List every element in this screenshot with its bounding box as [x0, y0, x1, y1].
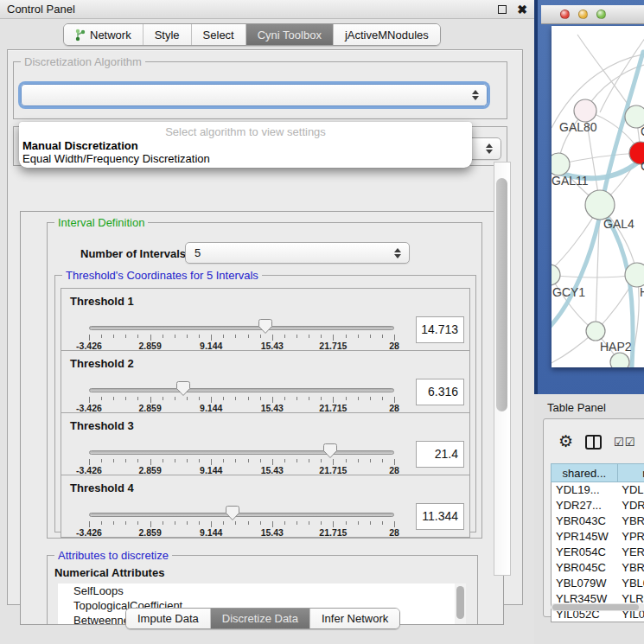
slider-thumb[interactable] [226, 506, 239, 520]
network-node-label[interactable]: GAL80 [559, 120, 597, 134]
network-node[interactable] [625, 263, 644, 287]
table-column-header[interactable]: shared... [552, 464, 618, 482]
close-icon[interactable]: ✖ [517, 5, 527, 14]
network-node-label[interactable]: C [641, 159, 644, 173]
tab-style[interactable]: Style [143, 24, 192, 45]
scrollbar-thumb[interactable] [552, 604, 639, 610]
table-cell[interactable]: YDL19... [552, 482, 618, 498]
network-node[interactable] [586, 322, 605, 341]
algorithm-combobox[interactable] [21, 84, 488, 106]
scrollbar-thumb[interactable] [456, 586, 464, 619]
table-row[interactable]: YPR145WYPR1 [552, 529, 644, 545]
table-cell[interactable]: YBL0 [617, 576, 644, 591]
slider-tick [125, 335, 126, 338]
tab-infer-network[interactable]: Infer Network [310, 609, 399, 628]
algorithm-prompt-option[interactable]: Select algorithm to view settings [19, 125, 472, 138]
table-cell[interactable]: YBR0 [617, 560, 644, 576]
threshold-label: Threshold 1 [70, 295, 134, 308]
float-window-icon[interactable] [498, 5, 507, 14]
tab-select[interactable]: Select [192, 24, 246, 45]
network-graph[interactable]: GAL80GCGAL11GAL4GCY1HHAP2 [552, 26, 644, 367]
zoom-traffic-light[interactable] [596, 10, 606, 19]
network-canvas[interactable]: GAL80GCGAL11GAL4GCY1HHAP2 [552, 26, 644, 367]
control-panel-title: Control Panel [7, 3, 75, 16]
slider-tick [125, 397, 126, 400]
slider-tick [101, 459, 102, 462]
close-traffic-light[interactable] [560, 10, 570, 19]
slider-thumb[interactable] [176, 381, 190, 396]
slider-track[interactable] [89, 326, 394, 330]
attributes-list-scrollbar[interactable] [455, 583, 466, 625]
table-row[interactable]: YBL079WYBL0 [552, 576, 644, 591]
tab-network[interactable]: Network [64, 24, 143, 45]
network-node[interactable] [552, 153, 570, 175]
slider-tick [89, 459, 90, 465]
network-node[interactable] [610, 353, 629, 367]
minimize-traffic-light[interactable] [578, 10, 588, 19]
network-node-label[interactable]: HAP2 [600, 340, 632, 354]
thresholds-group-title: Threshold's Coordinates for 5 Intervals [62, 269, 262, 282]
slider-tick [296, 335, 297, 338]
table-cell[interactable]: YBR0 [617, 513, 644, 529]
network-node-label[interactable]: G [641, 124, 644, 138]
slider-tick [150, 459, 151, 465]
table-row[interactable]: YER054CYER0 [552, 545, 644, 560]
network-node[interactable] [574, 99, 596, 122]
algorithm-option-manual[interactable]: Manual Discretization [22, 139, 138, 152]
slider-tick [309, 335, 309, 338]
slider-tick [346, 335, 347, 338]
threshold-value-field[interactable]: 11.344 [416, 503, 464, 530]
table-row[interactable]: YBR045CYBR0 [552, 560, 644, 576]
tab-jactivemnodules[interactable]: jActiveMNodules [334, 24, 440, 45]
network-node-label[interactable]: H [640, 285, 644, 299]
slider-thumb[interactable] [258, 319, 272, 334]
table-cell[interactable]: YBL079W [552, 576, 618, 591]
table-cell[interactable]: YPR1 [617, 529, 644, 545]
slider-tick [89, 335, 90, 341]
table-cell[interactable]: YER0 [617, 545, 644, 560]
network-node-label[interactable]: GAL11 [552, 174, 589, 188]
network-node-label[interactable]: GAL4 [603, 217, 634, 231]
table-cell[interactable]: YBR043C [552, 513, 618, 529]
table-row[interactable]: YDL19...YDL1 [552, 482, 644, 498]
slider-tick [284, 521, 285, 525]
table-row[interactable]: YDR27...YDR2 [552, 498, 644, 513]
slider-track[interactable] [89, 513, 394, 517]
threshold-value-field[interactable]: 14.713 [416, 316, 464, 343]
algorithm-option-equal-width[interactable]: Equal Width/Frequency Discretization [22, 152, 210, 165]
split-columns-icon[interactable] [585, 435, 602, 450]
tab-discretize-data[interactable]: Discretize Data [211, 609, 310, 628]
slider-tick [150, 521, 151, 527]
threshold-value-field[interactable]: 21.4 [416, 441, 464, 468]
checkbox-icons[interactable]: ☑☑ [614, 436, 635, 449]
slider-tick [358, 459, 359, 462]
network-node-label[interactable]: GCY1 [552, 285, 585, 299]
slider-tick [211, 521, 212, 527]
slider-tick [370, 335, 371, 338]
table-horizontal-scrollbar[interactable] [551, 603, 644, 611]
slider-track[interactable] [89, 388, 394, 392]
threshold-value-field[interactable]: 6.316 [416, 379, 464, 405]
table-cell[interactable]: YDL1 [617, 482, 644, 498]
tab-cyni-toolbox[interactable]: Cyni Toolbox [246, 24, 334, 45]
cyni-toolbox-content: Discretization Algorithm Table Data galF… [7, 49, 523, 605]
network-node[interactable] [585, 190, 615, 220]
network-node[interactable] [552, 265, 560, 285]
table-cell[interactable]: YDR27... [552, 498, 618, 513]
slider-tick [284, 397, 285, 400]
table-cell[interactable]: YBR045C [552, 560, 618, 576]
table-column-header[interactable]: na [617, 464, 644, 482]
settings-vertical-scrollbar[interactable] [494, 162, 511, 576]
slider-track[interactable] [89, 450, 394, 455]
gear-icon[interactable]: ⚙ [558, 433, 573, 450]
attribute-list-item[interactable]: SelfLoops [58, 583, 455, 598]
threshold-label: Threshold 4 [70, 481, 134, 494]
tab-impute-data[interactable]: Impute Data [126, 609, 211, 628]
table-cell[interactable]: YER054C [552, 545, 618, 560]
slider-thumb[interactable] [323, 443, 337, 458]
number-of-intervals-combobox[interactable]: 5 [185, 242, 410, 264]
table-cell[interactable]: YPR145W [552, 529, 618, 545]
table-cell[interactable]: YDR2 [617, 498, 644, 513]
scrollbar-thumb[interactable] [496, 178, 507, 411]
table-row[interactable]: YBR043CYBR0 [552, 513, 644, 529]
